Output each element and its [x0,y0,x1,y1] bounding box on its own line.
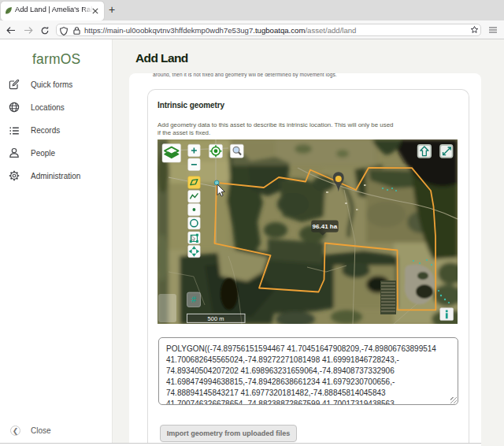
svg-text:#: # [191,295,196,304]
svg-text:96.41 ha: 96.41 ha [313,223,338,230]
svg-text:500 m: 500 m [208,315,224,322]
